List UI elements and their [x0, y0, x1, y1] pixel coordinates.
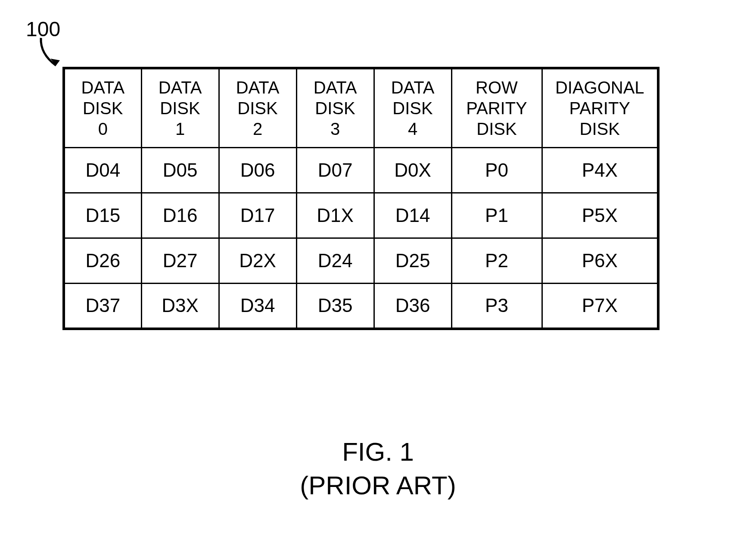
cell: D04 — [64, 148, 141, 193]
header-data-disk-3: DATADISK3 — [296, 68, 374, 148]
cell: D24 — [296, 238, 374, 284]
disk-array-table: DATADISK0 DATADISK1 DATADISK2 DATADISK3 … — [62, 67, 660, 330]
cell: D0X — [374, 148, 451, 193]
cell: D27 — [141, 238, 219, 284]
cell: D14 — [374, 193, 451, 238]
cell: D25 — [374, 238, 451, 284]
cell: D06 — [219, 148, 296, 193]
cell: P1 — [451, 193, 542, 238]
cell: D17 — [219, 193, 296, 238]
cell: P5X — [542, 193, 658, 238]
cell: P4X — [542, 148, 658, 193]
caption-line-1: FIG. 1 — [342, 437, 414, 466]
cell: D15 — [64, 193, 141, 238]
table-header-row: DATADISK0 DATADISK1 DATADISK2 DATADISK3 … — [64, 68, 658, 148]
cell: D05 — [141, 148, 219, 193]
cell: D2X — [219, 238, 296, 284]
cell: P3 — [451, 284, 542, 329]
cell: D1X — [296, 193, 374, 238]
header-row-parity-disk: ROWPARITYDISK — [451, 68, 542, 148]
header-data-disk-4: DATADISK4 — [374, 68, 451, 148]
header-diagonal-parity-disk: DIAGONALPARITYDISK — [542, 68, 658, 148]
cell: P7X — [542, 284, 658, 329]
table-row: D26 D27 D2X D24 D25 P2 P6X — [64, 238, 658, 284]
header-data-disk-0: DATADISK0 — [64, 68, 141, 148]
cell: D07 — [296, 148, 374, 193]
cell: D34 — [219, 284, 296, 329]
cell: D36 — [374, 284, 451, 329]
table-row: D04 D05 D06 D07 D0X P0 P4X — [64, 148, 658, 193]
cell: P0 — [451, 148, 542, 193]
header-data-disk-2: DATADISK2 — [219, 68, 296, 148]
caption-line-2: (PRIOR ART) — [300, 471, 456, 500]
table-row: D15 D16 D17 D1X D14 P1 P5X — [64, 193, 658, 238]
cell: D3X — [141, 284, 219, 329]
cell: D26 — [64, 238, 141, 284]
cell: P6X — [542, 238, 658, 284]
figure-caption: FIG. 1 (PRIOR ART) — [0, 435, 756, 502]
cell: P2 — [451, 238, 542, 284]
header-data-disk-1: DATADISK1 — [141, 68, 219, 148]
table-row: D37 D3X D34 D35 D36 P3 P7X — [64, 284, 658, 329]
cell: D37 — [64, 284, 141, 329]
cell: D35 — [296, 284, 374, 329]
cell: D16 — [141, 193, 219, 238]
disk-array-table-container: DATADISK0 DATADISK1 DATADISK2 DATADISK3 … — [62, 67, 660, 330]
